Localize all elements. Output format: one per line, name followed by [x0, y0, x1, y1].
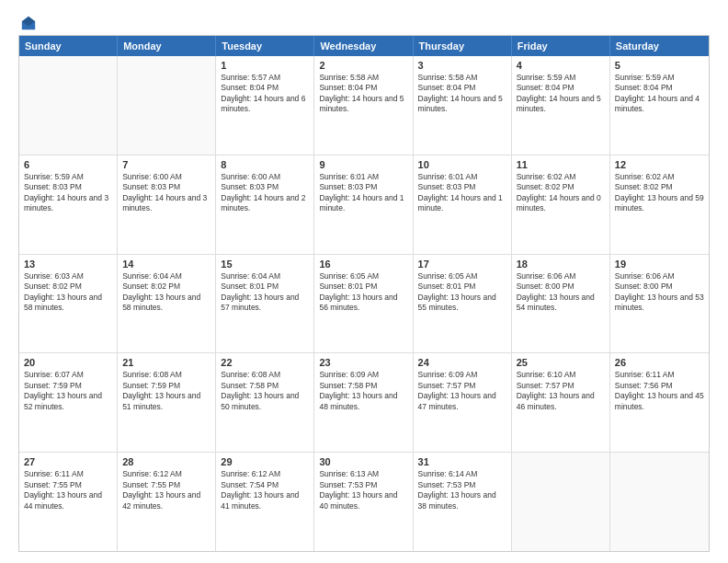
- calendar-cell: 14Sunrise: 6:04 AMSunset: 8:02 PMDayligh…: [118, 255, 216, 353]
- logo: [18, 15, 37, 28]
- cell-info: Sunrise: 6:07 AMSunset: 7:59 PMDaylight:…: [24, 370, 112, 412]
- weekday-header-friday: Friday: [512, 36, 610, 56]
- calendar-header: SundayMondayTuesdayWednesdayThursdayFrid…: [19, 36, 709, 56]
- day-number: 3: [418, 60, 506, 71]
- calendar-cell: 8Sunrise: 6:00 AMSunset: 8:03 PMDaylight…: [216, 155, 314, 254]
- calendar-cell: 30Sunrise: 6:13 AMSunset: 7:53 PMDayligh…: [314, 453, 413, 551]
- calendar-cell: 19Sunrise: 6:06 AMSunset: 8:00 PMDayligh…: [610, 255, 709, 353]
- calendar-cell: 29Sunrise: 6:12 AMSunset: 7:54 PMDayligh…: [216, 453, 314, 551]
- day-number: 12: [615, 159, 704, 170]
- cell-info: Sunrise: 6:10 AMSunset: 7:57 PMDaylight:…: [517, 370, 605, 412]
- calendar-cell: [512, 453, 610, 551]
- calendar-cell: 28Sunrise: 6:12 AMSunset: 7:55 PMDayligh…: [118, 453, 216, 551]
- day-number: 27: [24, 456, 112, 467]
- logo-text: [18, 15, 37, 31]
- calendar-cell: 12Sunrise: 6:02 AMSunset: 8:02 PMDayligh…: [610, 155, 709, 254]
- header: [18, 15, 710, 28]
- calendar-cell: 11Sunrise: 6:02 AMSunset: 8:02 PMDayligh…: [512, 155, 610, 254]
- cell-info: Sunrise: 6:03 AMSunset: 8:02 PMDaylight:…: [24, 271, 112, 314]
- cell-info: Sunrise: 6:05 AMSunset: 8:01 PMDaylight:…: [418, 271, 506, 314]
- calendar: SundayMondayTuesdayWednesdayThursdayFrid…: [18, 35, 710, 552]
- cell-info: Sunrise: 6:12 AMSunset: 7:55 PMDaylight:…: [122, 469, 210, 511]
- day-number: 30: [319, 456, 407, 467]
- day-number: 1: [221, 60, 309, 71]
- day-number: 19: [615, 259, 704, 270]
- calendar-cell: 6Sunrise: 5:59 AMSunset: 8:03 PMDaylight…: [19, 155, 118, 254]
- cell-info: Sunrise: 6:14 AMSunset: 7:53 PMDaylight:…: [418, 469, 506, 511]
- day-number: 13: [24, 259, 112, 270]
- day-number: 22: [221, 357, 309, 368]
- calendar-cell: 26Sunrise: 6:11 AMSunset: 7:56 PMDayligh…: [610, 353, 709, 452]
- day-number: 23: [319, 357, 407, 368]
- calendar-cell: 2Sunrise: 5:58 AMSunset: 8:04 PMDaylight…: [314, 56, 413, 155]
- day-number: 18: [517, 259, 605, 270]
- cell-info: Sunrise: 5:59 AMSunset: 8:03 PMDaylight:…: [24, 172, 112, 214]
- calendar-cell: 16Sunrise: 6:05 AMSunset: 8:01 PMDayligh…: [314, 255, 413, 353]
- day-number: 25: [517, 357, 605, 368]
- calendar-cell: 17Sunrise: 6:05 AMSunset: 8:01 PMDayligh…: [414, 255, 512, 353]
- day-number: 29: [221, 456, 309, 467]
- weekday-header-saturday: Saturday: [610, 36, 709, 56]
- logo-icon: [20, 15, 37, 31]
- day-number: 16: [319, 259, 407, 270]
- calendar-cell: 4Sunrise: 5:59 AMSunset: 8:04 PMDaylight…: [512, 56, 610, 155]
- day-number: 5: [615, 60, 704, 71]
- page: SundayMondayTuesdayWednesdayThursdayFrid…: [0, 0, 728, 563]
- day-number: 2: [319, 60, 407, 71]
- cell-info: Sunrise: 6:00 AMSunset: 8:03 PMDaylight:…: [122, 172, 210, 214]
- calendar-row-3: 20Sunrise: 6:07 AMSunset: 7:59 PMDayligh…: [19, 353, 709, 453]
- calendar-row-0: 1Sunrise: 5:57 AMSunset: 8:04 PMDaylight…: [19, 56, 709, 155]
- cell-info: Sunrise: 6:04 AMSunset: 8:02 PMDaylight:…: [122, 271, 210, 314]
- calendar-cell: 20Sunrise: 6:07 AMSunset: 7:59 PMDayligh…: [19, 353, 118, 452]
- cell-info: Sunrise: 6:00 AMSunset: 8:03 PMDaylight:…: [221, 172, 309, 214]
- cell-info: Sunrise: 6:04 AMSunset: 8:01 PMDaylight:…: [221, 271, 309, 314]
- cell-info: Sunrise: 6:01 AMSunset: 8:03 PMDaylight:…: [418, 172, 506, 214]
- cell-info: Sunrise: 5:58 AMSunset: 8:04 PMDaylight:…: [319, 73, 407, 115]
- calendar-cell: 15Sunrise: 6:04 AMSunset: 8:01 PMDayligh…: [216, 255, 314, 353]
- day-number: 11: [517, 159, 605, 170]
- weekday-header-thursday: Thursday: [414, 36, 512, 56]
- day-number: 14: [122, 259, 210, 270]
- weekday-header-wednesday: Wednesday: [314, 36, 413, 56]
- cell-info: Sunrise: 6:12 AMSunset: 7:54 PMDaylight:…: [221, 469, 309, 511]
- cell-info: Sunrise: 6:08 AMSunset: 7:58 PMDaylight:…: [221, 370, 309, 412]
- cell-info: Sunrise: 6:08 AMSunset: 7:59 PMDaylight:…: [122, 370, 210, 412]
- calendar-body: 1Sunrise: 5:57 AMSunset: 8:04 PMDaylight…: [19, 56, 709, 551]
- cell-info: Sunrise: 6:05 AMSunset: 8:01 PMDaylight:…: [319, 271, 407, 314]
- day-number: 7: [122, 159, 210, 170]
- day-number: 6: [24, 159, 112, 170]
- calendar-cell: 23Sunrise: 6:09 AMSunset: 7:58 PMDayligh…: [314, 353, 413, 452]
- cell-info: Sunrise: 6:02 AMSunset: 8:02 PMDaylight:…: [615, 172, 704, 214]
- calendar-cell: 7Sunrise: 6:00 AMSunset: 8:03 PMDaylight…: [118, 155, 216, 254]
- day-number: 15: [221, 259, 309, 270]
- day-number: 17: [418, 259, 506, 270]
- calendar-cell: 18Sunrise: 6:06 AMSunset: 8:00 PMDayligh…: [512, 255, 610, 353]
- calendar-cell: 13Sunrise: 6:03 AMSunset: 8:02 PMDayligh…: [19, 255, 118, 353]
- calendar-cell: 10Sunrise: 6:01 AMSunset: 8:03 PMDayligh…: [414, 155, 512, 254]
- cell-info: Sunrise: 6:06 AMSunset: 8:00 PMDaylight:…: [615, 271, 704, 314]
- cell-info: Sunrise: 5:58 AMSunset: 8:04 PMDaylight:…: [418, 73, 506, 115]
- calendar-cell: 25Sunrise: 6:10 AMSunset: 7:57 PMDayligh…: [512, 353, 610, 452]
- cell-info: Sunrise: 6:02 AMSunset: 8:02 PMDaylight:…: [517, 172, 605, 214]
- day-number: 10: [418, 159, 506, 170]
- cell-info: Sunrise: 6:11 AMSunset: 7:56 PMDaylight:…: [615, 370, 704, 412]
- calendar-cell: [610, 453, 709, 551]
- calendar-cell: 31Sunrise: 6:14 AMSunset: 7:53 PMDayligh…: [414, 453, 512, 551]
- calendar-row-1: 6Sunrise: 5:59 AMSunset: 8:03 PMDaylight…: [19, 155, 709, 255]
- calendar-cell: 27Sunrise: 6:11 AMSunset: 7:55 PMDayligh…: [19, 453, 118, 551]
- day-number: 24: [418, 357, 506, 368]
- cell-info: Sunrise: 6:01 AMSunset: 8:03 PMDaylight:…: [319, 172, 407, 214]
- calendar-row-2: 13Sunrise: 6:03 AMSunset: 8:02 PMDayligh…: [19, 255, 709, 354]
- cell-info: Sunrise: 5:57 AMSunset: 8:04 PMDaylight:…: [221, 73, 309, 115]
- calendar-row-4: 27Sunrise: 6:11 AMSunset: 7:55 PMDayligh…: [19, 453, 709, 551]
- calendar-cell: 1Sunrise: 5:57 AMSunset: 8:04 PMDaylight…: [216, 56, 314, 155]
- calendar-cell: 24Sunrise: 6:09 AMSunset: 7:57 PMDayligh…: [414, 353, 512, 452]
- weekday-header-tuesday: Tuesday: [216, 36, 314, 56]
- calendar-cell: [19, 56, 118, 155]
- day-number: 4: [517, 60, 605, 71]
- day-number: 21: [122, 357, 210, 368]
- day-number: 28: [122, 456, 210, 467]
- weekday-header-sunday: Sunday: [19, 36, 118, 56]
- calendar-cell: 22Sunrise: 6:08 AMSunset: 7:58 PMDayligh…: [216, 353, 314, 452]
- cell-info: Sunrise: 5:59 AMSunset: 8:04 PMDaylight:…: [615, 73, 704, 115]
